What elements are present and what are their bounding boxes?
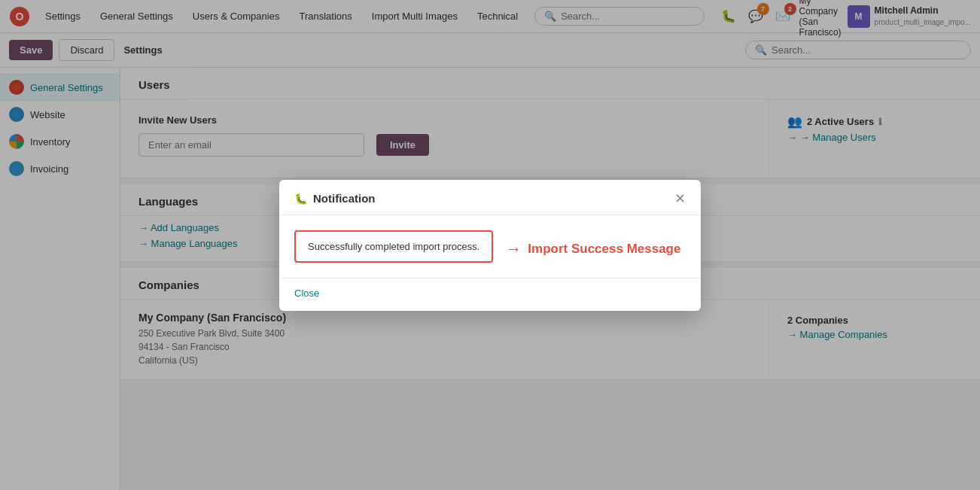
success-message-box: Successfully completed import process. [294, 230, 493, 263]
dialog-body: Successfully completed import process. →… [279, 215, 701, 278]
dialog-header: 🐛 Notification ✕ [279, 180, 701, 215]
dialog-footer: Close [279, 278, 701, 311]
dialog-close-text-button[interactable]: Close [294, 288, 319, 299]
annotation-label: Import Success Message [528, 242, 680, 257]
dialog-close-button[interactable]: ✕ [674, 192, 686, 205]
success-message-text: Successfully completed import process. [308, 241, 479, 252]
modal-overlay: 🐛 Notification ✕ Successfully completed … [0, 0, 980, 490]
dialog-title: 🐛 Notification [294, 192, 376, 205]
notification-dialog: 🐛 Notification ✕ Successfully completed … [279, 180, 701, 311]
success-message-row: Successfully completed import process. →… [294, 230, 686, 263]
annotation: → Import Success Message [505, 239, 680, 259]
annotation-arrow-icon: → [505, 239, 522, 259]
dialog-title-text: Notification [313, 192, 376, 205]
dialog-bug-icon: 🐛 [294, 193, 307, 205]
